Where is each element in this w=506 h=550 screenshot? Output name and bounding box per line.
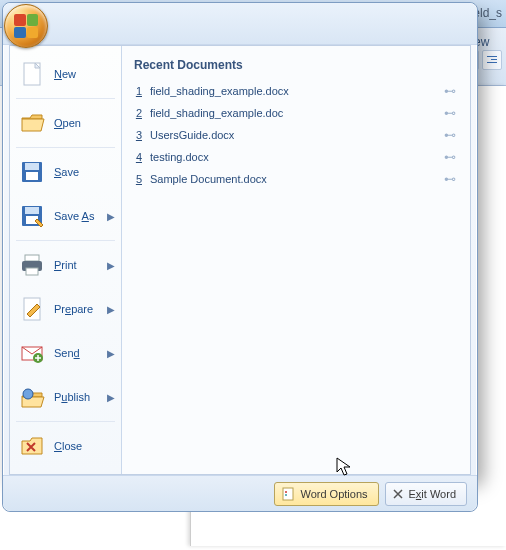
menu-save[interactable]: Save: [10, 150, 121, 194]
open-folder-icon: [18, 109, 46, 137]
svg-rect-30: [26, 268, 38, 275]
word-options-button[interactable]: Word Options: [274, 482, 378, 506]
recent-doc-item[interactable]: 2 field_shading_example.doc ⊷: [132, 102, 460, 124]
svg-rect-23: [25, 163, 39, 170]
chevron-right-icon: ▶: [107, 304, 115, 315]
menu-open[interactable]: Open: [10, 101, 121, 145]
chevron-right-icon: ▶: [107, 260, 115, 271]
svg-rect-28: [25, 255, 39, 261]
recent-doc-item[interactable]: 3 UsersGuide.docx ⊷: [132, 124, 460, 146]
menu-print[interactable]: Print ▶: [10, 243, 121, 287]
menu-send[interactable]: Send ▶: [10, 331, 121, 375]
pin-icon[interactable]: ⊷: [444, 150, 460, 164]
chevron-right-icon: ▶: [107, 348, 115, 359]
menu-save-as[interactable]: Save As ▶: [10, 194, 121, 238]
office-menu-commands: New Open Save Save As: [10, 46, 122, 474]
pin-icon[interactable]: ⊷: [444, 106, 460, 120]
menu-close[interactable]: Close: [10, 424, 121, 468]
svg-rect-19: [491, 59, 497, 60]
menu-new[interactable]: New: [10, 52, 121, 96]
svg-rect-35: [283, 488, 293, 500]
chevron-right-icon: ▶: [107, 211, 115, 222]
pin-icon[interactable]: ⊷: [444, 84, 460, 98]
svg-rect-24: [26, 172, 38, 180]
recent-doc-item[interactable]: 1 field_shading_example.docx ⊷: [132, 80, 460, 102]
close-icon: [392, 488, 404, 500]
prepare-icon: [18, 295, 46, 323]
send-mail-icon: [18, 339, 46, 367]
printer-icon: [18, 251, 46, 279]
recent-documents-panel: Recent Documents 1 field_shading_example…: [122, 46, 470, 474]
svg-point-36: [285, 491, 287, 493]
recent-doc-item[interactable]: 5 Sample Document.docx ⊷: [132, 168, 460, 190]
close-folder-icon: [18, 432, 46, 460]
recent-doc-item[interactable]: 4 testing.docx ⊷: [132, 146, 460, 168]
svg-point-34: [23, 389, 33, 399]
exit-word-button[interactable]: Exit Word: [385, 482, 467, 506]
svg-point-37: [285, 494, 287, 496]
office-button[interactable]: [4, 4, 48, 48]
align-right-icon[interactable]: [482, 50, 502, 70]
menu-prepare[interactable]: Prepare ▶: [10, 287, 121, 331]
save-as-icon: [18, 202, 46, 230]
menu-publish[interactable]: Publish ▶: [10, 375, 121, 419]
pin-icon[interactable]: ⊷: [444, 172, 460, 186]
svg-rect-20: [487, 62, 497, 63]
office-menu: New Open Save Save As: [2, 2, 478, 512]
options-icon: [281, 487, 295, 501]
chevron-right-icon: ▶: [107, 392, 115, 403]
pin-icon[interactable]: ⊷: [444, 128, 460, 142]
publish-icon: [18, 383, 46, 411]
new-document-icon: [18, 60, 46, 88]
save-disk-icon: [18, 158, 46, 186]
office-menu-footer: Word Options Exit Word: [3, 475, 477, 511]
svg-rect-26: [25, 207, 39, 214]
svg-rect-18: [487, 56, 497, 57]
office-menu-header: [3, 3, 477, 45]
recent-documents-title: Recent Documents: [134, 58, 460, 72]
